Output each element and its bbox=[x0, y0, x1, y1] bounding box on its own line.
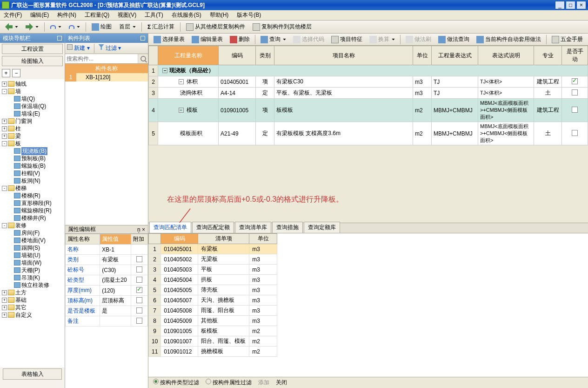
select-table-button[interactable]: 选择量表 bbox=[150, 34, 188, 45]
prop-value[interactable]: 有梁板 bbox=[100, 255, 131, 265]
tree-toggle[interactable]: + bbox=[2, 290, 7, 295]
query-row[interactable]: 2010405002无梁板m3 bbox=[149, 254, 277, 265]
sum-calc-button[interactable]: Σ 汇总计算 bbox=[144, 22, 178, 32]
checkbox[interactable] bbox=[572, 107, 578, 113]
tab-quota-lib[interactable]: 查询定额库 bbox=[304, 222, 340, 233]
query-row[interactable]: 9010901005板模板m2 bbox=[149, 326, 277, 336]
property-row[interactable]: 备注 bbox=[66, 316, 148, 327]
property-row[interactable]: 砼类型(混凝土20 bbox=[66, 275, 148, 286]
tree-item[interactable]: 楼地面(V) bbox=[1, 237, 64, 244]
menu-online[interactable]: 在线服务(S) bbox=[170, 10, 203, 20]
tree-item[interactable]: 墙(Q) bbox=[1, 95, 64, 102]
property-row[interactable]: 砼标号(C30) bbox=[66, 265, 148, 275]
tree-item[interactable]: 吊顶(K) bbox=[1, 274, 64, 281]
grid-row[interactable]: 5 模板面积A21-49定有梁板模板 支模高度3.6mm2MBMJ+CMBMJM… bbox=[149, 122, 588, 145]
tree-item[interactable]: +梁 bbox=[1, 132, 64, 140]
method-brush-button[interactable]: 做法刷 bbox=[402, 34, 434, 45]
floor-select[interactable]: 首层 bbox=[116, 22, 139, 32]
property-row[interactable]: 是否是楼板是 bbox=[66, 306, 148, 316]
filter-by-type[interactable]: 按构件类型过滤 bbox=[153, 379, 199, 387]
query-row[interactable]: 10010901007阳台、雨篷、模板m2 bbox=[149, 336, 277, 347]
property-row[interactable]: 名称XB-1 bbox=[66, 245, 148, 255]
query-row[interactable]: 3010405003平板m3 bbox=[149, 265, 277, 275]
menu-file[interactable]: 文件(F) bbox=[2, 10, 24, 20]
tree-item[interactable]: +门窗洞 bbox=[1, 117, 64, 125]
tree-item[interactable]: +土方 bbox=[1, 289, 64, 296]
tree-item[interactable]: 独立柱装修 bbox=[1, 281, 64, 289]
tree-toggle[interactable]: + bbox=[2, 82, 7, 87]
expand-all-button[interactable]: + bbox=[2, 69, 10, 77]
add-link[interactable]: 添加 bbox=[258, 379, 269, 387]
query-row[interactable]: 5010405005薄壳板m3 bbox=[149, 285, 277, 295]
new-component-link[interactable]: 新建 ▾ bbox=[67, 44, 90, 52]
tree-toggle[interactable]: + bbox=[2, 313, 7, 318]
checkbox[interactable] bbox=[136, 287, 142, 293]
query-row[interactable]: 7010405008雨篷、阳台板m3 bbox=[149, 306, 277, 316]
tree-item[interactable]: +轴线 bbox=[1, 80, 64, 88]
menu-view[interactable]: 视图(V) bbox=[116, 10, 138, 20]
property-row[interactable]: 厚度(mm)(120) bbox=[66, 286, 148, 296]
nav-back-button[interactable] bbox=[2, 22, 21, 32]
tree-toggle[interactable]: + bbox=[2, 298, 7, 303]
tree-item[interactable]: 楼梯(R) bbox=[1, 192, 64, 199]
method-query-button[interactable]: 做法查询 bbox=[435, 34, 473, 45]
menu-help[interactable]: 帮助(H) bbox=[208, 10, 231, 20]
menu-quantity[interactable]: 工程量(Q) bbox=[83, 10, 111, 20]
edit-table-button[interactable]: 编辑量表 bbox=[188, 34, 226, 45]
category-tree[interactable]: +轴线-墙墙(Q)保温墙(Q)墙垛(E)+门窗洞+柱+梁-板现浇板(B)预制板(… bbox=[0, 79, 65, 368]
grid-row[interactable]: 4− 模板010901005项板模板m2MBMJ+CMBMJMBMJ<底面模板面… bbox=[149, 99, 588, 122]
tree-item[interactable]: 房间(F) bbox=[1, 229, 64, 237]
property-row[interactable]: 顶标高(m)层顶标高 bbox=[66, 296, 148, 306]
checkbox[interactable] bbox=[572, 78, 578, 84]
tree-item[interactable]: -板 bbox=[1, 140, 64, 147]
query-grid[interactable]: 编码 清单项 单位 1010405001有梁板m32010405002无梁板m3… bbox=[148, 233, 588, 377]
hardware-manual-button[interactable]: 五金手册 bbox=[548, 34, 586, 45]
query-row[interactable]: 1010405001有梁板m3 bbox=[149, 244, 277, 254]
tree-item[interactable]: 墙面(W) bbox=[1, 259, 64, 266]
tree-toggle[interactable]: + bbox=[2, 305, 7, 310]
tree-toggle[interactable]: + bbox=[2, 119, 7, 124]
tree-item[interactable]: -墙 bbox=[1, 88, 64, 95]
copy-to-floor-button[interactable]: 复制构件到其他楼层 bbox=[249, 22, 315, 32]
search-button[interactable] bbox=[138, 54, 148, 63]
query-row[interactable]: 8010405009其他板m3 bbox=[149, 316, 277, 326]
checkbox[interactable] bbox=[136, 266, 142, 272]
tree-item[interactable]: 保温墙(Q) bbox=[1, 102, 64, 110]
tree-item[interactable]: +柱 bbox=[1, 125, 64, 132]
tree-toggle[interactable]: - bbox=[2, 186, 7, 191]
tree-toggle[interactable]: + bbox=[2, 126, 7, 131]
menu-version[interactable]: 版本号(B) bbox=[235, 10, 263, 20]
property-panel-close[interactable]: ņ × bbox=[137, 226, 145, 233]
tab-measure[interactable]: 查询措施 bbox=[272, 222, 303, 233]
tree-item[interactable]: +其它 bbox=[1, 304, 64, 311]
checkbox[interactable] bbox=[136, 297, 142, 303]
prop-value[interactable]: 层顶标高 bbox=[100, 296, 131, 306]
tab-match-list[interactable]: 查询匹配清单 bbox=[149, 222, 191, 233]
prop-value[interactable] bbox=[100, 316, 131, 327]
prop-value[interactable]: XB-1 bbox=[100, 245, 131, 255]
prop-value[interactable]: (混凝土20 bbox=[100, 275, 131, 286]
tab-list-lib[interactable]: 查询清单库 bbox=[235, 222, 271, 233]
prop-value[interactable]: (120) bbox=[100, 286, 131, 296]
pin-icon[interactable] bbox=[140, 36, 145, 41]
select-code-button[interactable]: 选择代码 bbox=[290, 34, 327, 45]
checkbox[interactable] bbox=[136, 307, 142, 313]
filter-component-link[interactable]: 过滤 ▾ bbox=[99, 44, 121, 52]
tab-table-input[interactable]: 表格输入 bbox=[3, 368, 62, 380]
convert-button[interactable]: 换算 bbox=[366, 34, 398, 45]
pin-icon[interactable] bbox=[57, 36, 62, 41]
undo-button[interactable] bbox=[47, 22, 65, 32]
checkbox[interactable] bbox=[572, 89, 578, 95]
tree-item[interactable]: 预制板(B) bbox=[1, 155, 64, 162]
tree-item[interactable]: 螺旋板(B) bbox=[1, 162, 64, 170]
delete-button[interactable]: 删除 bbox=[227, 34, 253, 45]
close-link[interactable]: 关闭 bbox=[276, 379, 287, 387]
menu-edit[interactable]: 编辑(E) bbox=[28, 10, 51, 20]
tree-item[interactable]: 墙裙(U) bbox=[1, 252, 64, 259]
draw-button[interactable]: 绘图 bbox=[88, 22, 115, 32]
checkbox[interactable] bbox=[136, 318, 142, 324]
method-grid[interactable]: 工程量名称 编码 类别 项目名称 单位 工程量表达式 表达式说明 专业 是否手动… bbox=[148, 46, 588, 223]
checkbox[interactable] bbox=[136, 277, 142, 283]
close-button[interactable]: × bbox=[576, 1, 586, 9]
tree-item[interactable]: +自定义 bbox=[1, 311, 64, 319]
